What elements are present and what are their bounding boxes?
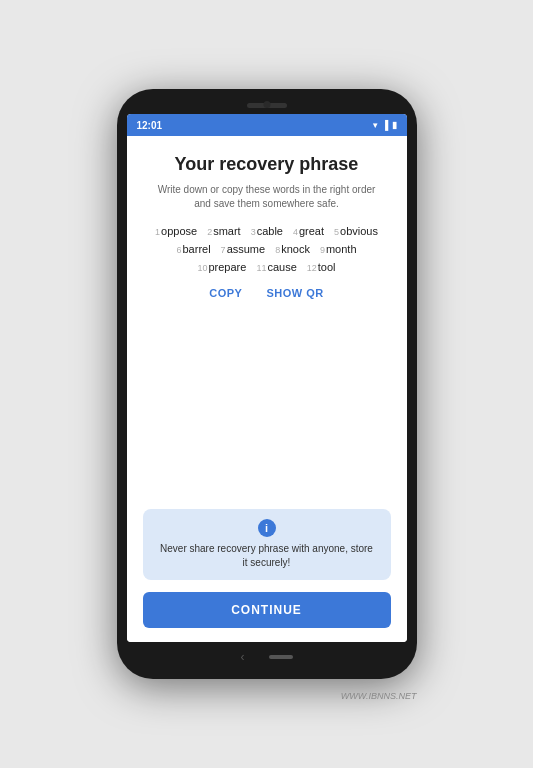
- word-12: 12tool: [307, 261, 336, 273]
- phone-top-bar: [127, 99, 407, 114]
- page-title: Your recovery phrase: [175, 154, 359, 175]
- info-box: i Never share recovery phrase with anyon…: [143, 509, 391, 580]
- word-11: 11cause: [256, 261, 296, 273]
- word-10: 10prepare: [197, 261, 246, 273]
- words-row-1: 1oppose 2smart 3cable 4great 5obvious: [155, 225, 378, 237]
- copy-button[interactable]: COPY: [209, 287, 242, 299]
- action-buttons: COPY SHOW QR: [209, 287, 323, 299]
- word-2: 2smart: [207, 225, 241, 237]
- status-icons: ▐ ▮: [371, 120, 396, 130]
- content-area: Your recovery phrase Write down or copy …: [127, 136, 407, 642]
- word-1: 1oppose: [155, 225, 197, 237]
- page-subtitle: Write down or copy these words in the ri…: [143, 183, 391, 211]
- word-7: 7assume: [221, 243, 266, 255]
- word-4: 4great: [293, 225, 324, 237]
- phone-bottom-bar: ‹: [127, 642, 407, 669]
- word-6: 6barrel: [176, 243, 210, 255]
- info-text: Never share recovery phrase with anyone,…: [157, 542, 377, 570]
- status-time: 12:01: [137, 120, 163, 131]
- info-icon: i: [258, 519, 276, 537]
- status-bar: 12:01 ▐ ▮: [127, 114, 407, 136]
- home-button[interactable]: [269, 655, 293, 659]
- show-qr-button[interactable]: SHOW QR: [266, 287, 323, 299]
- words-container: 1oppose 2smart 3cable 4great 5obvious: [143, 225, 391, 273]
- word-8: 8knock: [275, 243, 310, 255]
- signal-icon: ▐: [382, 120, 388, 130]
- words-row-2: 6barrel 7assume 8knock 9month: [176, 243, 356, 255]
- word-5: 5obvious: [334, 225, 378, 237]
- phone-camera: [263, 101, 270, 108]
- back-arrow-icon[interactable]: ‹: [241, 650, 245, 664]
- phone-screen: 12:01 ▐ ▮ Your recovery phrase Write dow…: [127, 114, 407, 642]
- phone-device: 12:01 ▐ ▮ Your recovery phrase Write dow…: [117, 89, 417, 679]
- continue-button[interactable]: CONTINUE: [143, 592, 391, 628]
- watermark: WWW.IBNNS.NET: [341, 691, 417, 701]
- battery-icon: ▮: [392, 120, 397, 130]
- wifi-icon: [371, 120, 379, 130]
- word-3: 3cable: [251, 225, 283, 237]
- words-row-3: 10prepare 11cause 12tool: [197, 261, 335, 273]
- word-9: 9month: [320, 243, 357, 255]
